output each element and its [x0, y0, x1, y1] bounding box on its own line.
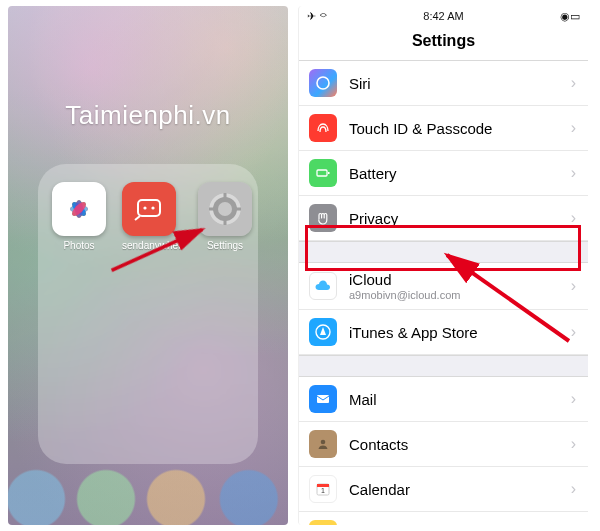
svg-rect-8 [138, 200, 160, 216]
app-sendanywhere[interactable]: sendanywhere [122, 182, 182, 251]
app-photos[interactable]: Photos [52, 182, 106, 251]
svg-point-23 [321, 440, 326, 445]
notes-icon [309, 520, 337, 525]
app-folder[interactable]: Photos sendanywhere [38, 164, 258, 464]
chevron-right-icon: › [571, 390, 576, 408]
row-notes[interactable]: Notes › [299, 512, 588, 525]
row-privacy[interactable]: Privacy › [299, 196, 588, 241]
siri-icon [309, 69, 337, 97]
row-touch-id[interactable]: Touch ID & Passcode › [299, 106, 588, 151]
chevron-right-icon: › [571, 209, 576, 227]
app-label: Photos [52, 240, 106, 251]
row-siri[interactable]: Siri › [299, 61, 588, 106]
svg-rect-19 [317, 170, 327, 176]
chevron-right-icon: › [571, 480, 576, 498]
ios-settings-screenshot: ✈ ⌔ 8:42 AM ◉▭ Settings Siri › Touch [298, 6, 588, 525]
svg-point-18 [317, 77, 329, 89]
status-time: 8:42 AM [423, 10, 463, 22]
row-icloud[interactable]: iCloud a9mobivn@icloud.com › [299, 263, 588, 310]
row-itunes-appstore[interactable]: iTunes & App Store › [299, 310, 588, 355]
svg-rect-13 [224, 193, 227, 199]
battery-icon: ◉▭ [560, 10, 580, 23]
chevron-right-icon: › [571, 74, 576, 92]
svg-rect-22 [317, 395, 329, 403]
mail-icon [309, 385, 337, 413]
chevron-right-icon: › [571, 277, 576, 295]
section-separator [299, 241, 588, 263]
app-label: sendanywhere [122, 240, 182, 251]
section-separator [299, 355, 588, 377]
battery-icon [309, 159, 337, 187]
chevron-right-icon: › [571, 119, 576, 137]
app-label: Settings [198, 240, 252, 251]
settings-list: Siri › Touch ID & Passcode › Battery › [299, 61, 588, 525]
sendanywhere-icon [122, 182, 176, 236]
svg-rect-14 [224, 219, 227, 225]
appstore-icon [309, 318, 337, 346]
svg-rect-20 [328, 172, 330, 174]
photos-icon [52, 182, 106, 236]
chevron-right-icon: › [571, 164, 576, 182]
chevron-right-icon: › [571, 435, 576, 453]
row-label: Contacts [349, 436, 571, 453]
app-settings[interactable]: Settings [198, 182, 252, 251]
row-calendar[interactable]: 1 Calendar › [299, 467, 588, 512]
svg-rect-16 [235, 208, 241, 211]
ios-home-folder-screenshot: Taimienphi.vn [8, 6, 288, 525]
row-label: iCloud [349, 271, 571, 288]
airplane-mode-icon: ✈ [307, 10, 316, 23]
row-label: Privacy [349, 210, 571, 227]
svg-point-10 [151, 206, 154, 209]
row-label: Touch ID & Passcode [349, 120, 571, 137]
status-bar: ✈ ⌔ 8:42 AM ◉▭ [299, 6, 588, 26]
settings-gear-icon [198, 182, 252, 236]
row-label: Battery [349, 165, 571, 182]
row-subtitle: a9mobivn@icloud.com [349, 289, 571, 301]
icloud-icon [309, 272, 337, 300]
svg-point-12 [218, 202, 232, 216]
row-label: Siri [349, 75, 571, 92]
row-label: Mail [349, 391, 571, 408]
fingerprint-icon [309, 114, 337, 142]
contacts-icon [309, 430, 337, 458]
row-contacts[interactable]: Contacts › [299, 422, 588, 467]
watermark-text: Taimienphi.vn [8, 100, 288, 131]
row-label: Calendar [349, 481, 571, 498]
chevron-right-icon: › [571, 323, 576, 341]
row-mail[interactable]: Mail › [299, 377, 588, 422]
row-battery[interactable]: Battery › [299, 151, 588, 196]
calendar-icon: 1 [309, 475, 337, 503]
row-label: iTunes & App Store [349, 324, 571, 341]
wifi-icon: ⌔ [320, 10, 327, 22]
svg-rect-15 [209, 208, 215, 211]
hand-privacy-icon [309, 204, 337, 232]
svg-point-9 [143, 206, 146, 209]
svg-text:1: 1 [321, 487, 325, 494]
page-title: Settings [299, 26, 588, 61]
